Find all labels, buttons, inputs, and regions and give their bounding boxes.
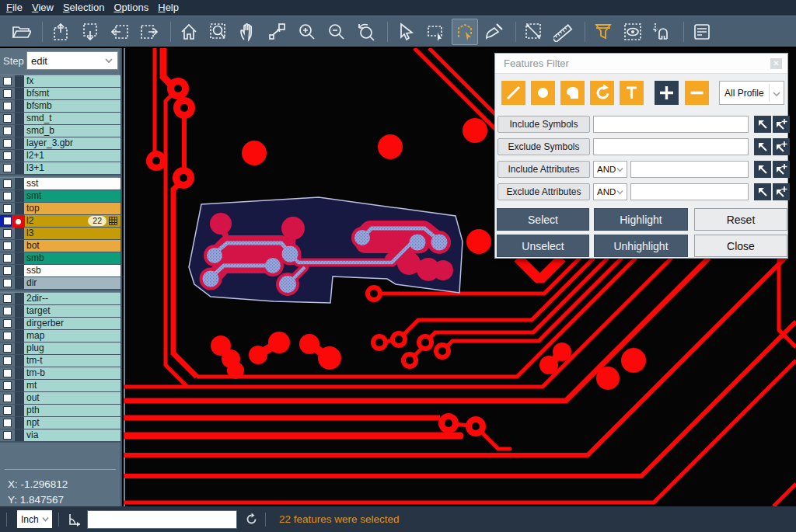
- layer-name[interactable]: l222: [24, 215, 120, 227]
- home-button[interactable]: [176, 19, 202, 45]
- layer-checkbox[interactable]: [0, 265, 15, 276]
- layer-active-column[interactable]: [15, 318, 24, 329]
- include-symbols-input[interactable]: [593, 116, 749, 133]
- pick-arrow-button[interactable]: [754, 116, 771, 133]
- layer-active-column[interactable]: [15, 429, 24, 441]
- layer-active-column[interactable]: [15, 162, 24, 174]
- layer-active-column[interactable]: [15, 228, 24, 239]
- snap-magnet-button[interactable]: [649, 19, 676, 45]
- layer-name[interactable]: fx: [24, 75, 120, 87]
- include-attributes-input[interactable]: [630, 161, 749, 178]
- layer-row-via[interactable]: via: [0, 429, 120, 442]
- menu-options[interactable]: Options: [109, 0, 153, 16]
- layer-row-ssb[interactable]: ssb: [0, 265, 120, 277]
- layer-name[interactable]: tm-b: [24, 367, 120, 379]
- layer-name[interactable]: smt: [24, 190, 120, 202]
- angle-measure-icon[interactable]: [67, 512, 82, 527]
- log-panel-button[interactable]: [689, 19, 715, 45]
- pick-add-arrow-button[interactable]: [773, 161, 790, 178]
- layer-checkbox[interactable]: [0, 392, 15, 404]
- layer-checkbox[interactable]: [0, 429, 15, 441]
- layer-active-column[interactable]: [15, 380, 24, 391]
- refresh-icon[interactable]: [244, 512, 259, 527]
- menu-view[interactable]: View: [27, 0, 58, 16]
- layer-active-column[interactable]: [15, 392, 24, 404]
- unselect-button[interactable]: Unselect: [497, 235, 589, 257]
- layer-active-column[interactable]: [15, 355, 24, 367]
- include-attributes-button[interactable]: Include Attributes: [498, 161, 590, 178]
- layer-checkbox[interactable]: [0, 355, 15, 367]
- layer-row-mt[interactable]: mt: [0, 380, 120, 392]
- layer-row-tm-b[interactable]: tm-b: [0, 367, 120, 380]
- menu-file[interactable]: File: [2, 0, 27, 16]
- layer-checkbox[interactable]: [0, 380, 15, 391]
- layer-active-column[interactable]: [15, 113, 24, 124]
- layer-active-column[interactable]: [15, 342, 24, 354]
- include-symbols-button[interactable]: Include Symbols: [498, 116, 590, 133]
- layer-row-smd_t[interactable]: smd_t: [0, 113, 120, 125]
- layer-row-target[interactable]: target: [0, 305, 120, 318]
- layer-name[interactable]: bfsmt: [24, 88, 120, 99]
- layer-row-2dir--[interactable]: 2dir--: [0, 293, 120, 305]
- layer-row-l3+1[interactable]: l3+1: [0, 162, 120, 175]
- layer-name[interactable]: top: [24, 203, 120, 214]
- filter-remove-button[interactable]: [685, 81, 709, 105]
- layer-name[interactable]: smb: [24, 252, 120, 264]
- layer-checkbox[interactable]: [0, 318, 15, 329]
- layer-checkbox[interactable]: [0, 100, 15, 112]
- layer-active-column[interactable]: [15, 88, 24, 99]
- layer-row-fx[interactable]: fx: [0, 75, 120, 88]
- layer-row-plug[interactable]: plug: [0, 342, 120, 355]
- layer-row-tm-t[interactable]: tm-t: [0, 355, 120, 367]
- layer-name[interactable]: l2+1: [24, 150, 120, 162]
- layer-name[interactable]: dirgerber: [24, 318, 120, 329]
- filter-add-button[interactable]: [655, 81, 679, 105]
- layer-checkbox[interactable]: [0, 367, 15, 379]
- layer-row-pth[interactable]: pth: [0, 405, 120, 417]
- zoom-previous-button[interactable]: [353, 19, 379, 45]
- dialog-titlebar[interactable]: Features Filter ✕: [495, 54, 787, 74]
- layer-row-l2[interactable]: l222: [0, 215, 120, 228]
- layer-checkbox[interactable]: [0, 405, 15, 416]
- layer-checkbox[interactable]: [0, 75, 15, 87]
- layer-checkbox[interactable]: [0, 417, 15, 429]
- layer-checkbox[interactable]: [0, 113, 15, 124]
- filter-pads-button[interactable]: [531, 81, 555, 105]
- layer-checkbox[interactable]: [0, 342, 15, 354]
- pick-arrow-button[interactable]: [754, 183, 771, 200]
- pick-add-arrow-button[interactable]: [773, 116, 790, 133]
- layer-checkbox[interactable]: [0, 228, 15, 239]
- layer-row-bfsmt[interactable]: bfsmt: [0, 88, 120, 100]
- open-folder-button[interactable]: [8, 19, 34, 45]
- layer-row-npt[interactable]: npt: [0, 417, 120, 429]
- layer-active-column[interactable]: [15, 417, 24, 429]
- layer-row-top[interactable]: top: [0, 203, 120, 215]
- exclude-attributes-button[interactable]: Exclude Attributes: [498, 183, 590, 200]
- layer-row-out[interactable]: out: [0, 392, 120, 405]
- layer-active-column[interactable]: [15, 277, 24, 289]
- pan-down-button[interactable]: [77, 19, 103, 45]
- profile-dropdown[interactable]: All Profile: [719, 81, 784, 105]
- layer-active-column[interactable]: [15, 367, 24, 379]
- filter-arcs-button[interactable]: [590, 81, 614, 105]
- exclude-symbols-input[interactable]: [593, 138, 749, 155]
- layer-checkbox[interactable]: [0, 203, 15, 214]
- layer-name[interactable]: via: [24, 429, 120, 441]
- pan-left-button[interactable]: [106, 19, 133, 45]
- layer-name[interactable]: sst: [24, 178, 120, 190]
- layer-name[interactable]: npt: [24, 417, 120, 429]
- layer-active-column[interactable]: [15, 405, 24, 416]
- layer-active-column[interactable]: [15, 252, 24, 264]
- layer-active-column[interactable]: [15, 305, 24, 317]
- layer-row-smd_b[interactable]: smd_b: [0, 125, 120, 137]
- features-filter-button[interactable]: [590, 19, 616, 45]
- layer-active-column[interactable]: [15, 75, 24, 87]
- layer-active-column[interactable]: [15, 265, 24, 276]
- and-or-dropdown[interactable]: AND: [593, 183, 627, 200]
- pick-arrow-button[interactable]: [754, 161, 771, 178]
- filter-lines-button[interactable]: [501, 81, 525, 105]
- layer-row-layer_3.gbr[interactable]: layer_3.gbr: [0, 137, 120, 150]
- zoom-area-button[interactable]: [205, 19, 232, 45]
- select-cursor-button[interactable]: [393, 19, 419, 45]
- layer-active-column[interactable]: [15, 190, 24, 202]
